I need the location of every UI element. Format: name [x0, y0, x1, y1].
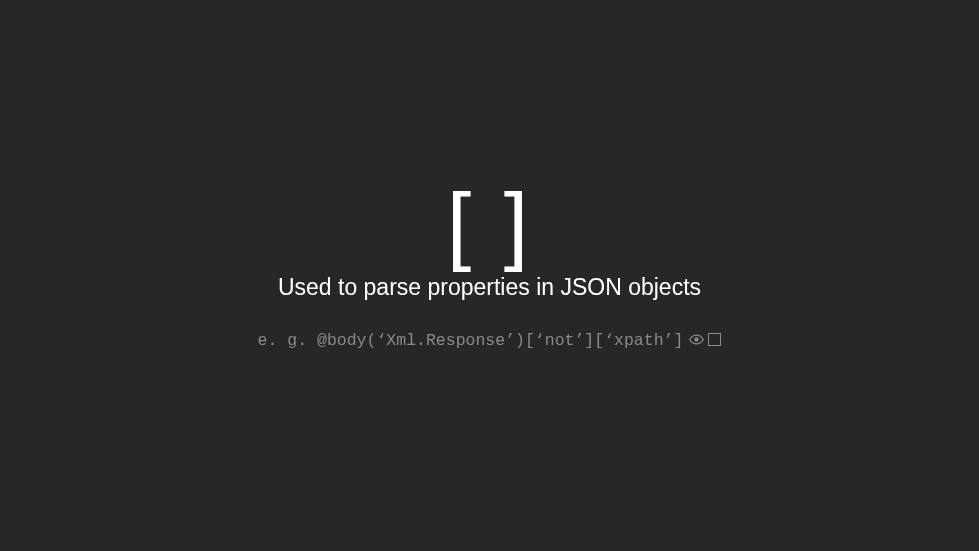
svg-point-0: [695, 338, 698, 341]
example-code: @body(‘Xml.Response’)[‘not’][‘xpath’]: [317, 331, 683, 350]
example-prefix: e. g.: [258, 331, 317, 350]
slide: [ ] Used to parse properties in JSON obj…: [0, 0, 979, 551]
eye-icon: [689, 332, 704, 347]
subtitle-text: Used to parse properties in JSON objects: [258, 274, 722, 302]
slide-content: [ ] Used to parse properties in JSON obj…: [258, 180, 722, 351]
example-line: e. g. @body(‘Xml.Response’)[‘not’][‘xpat…: [258, 331, 722, 351]
box-icon: [708, 333, 721, 346]
brackets-symbol: [ ]: [258, 180, 722, 268]
